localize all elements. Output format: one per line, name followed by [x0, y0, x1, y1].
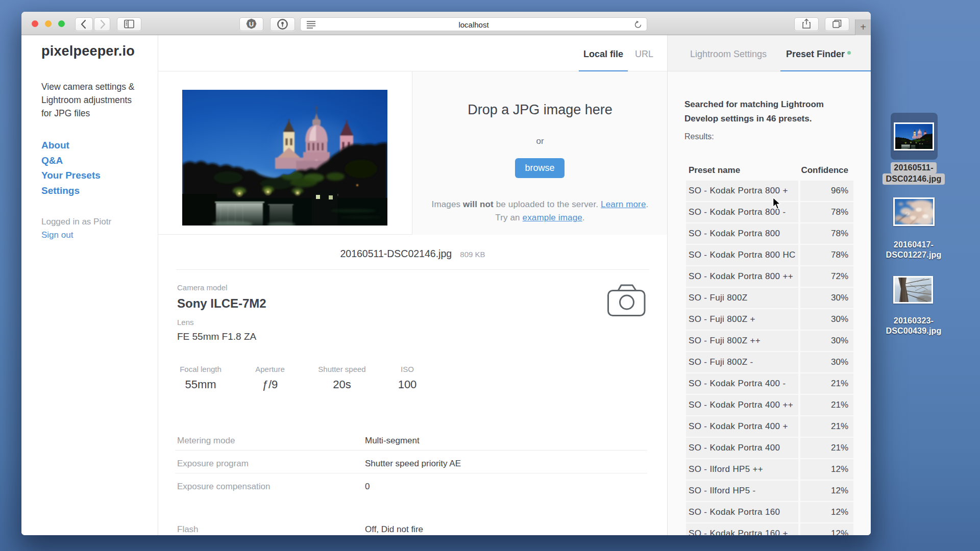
- svg-text:U: U: [249, 20, 254, 28]
